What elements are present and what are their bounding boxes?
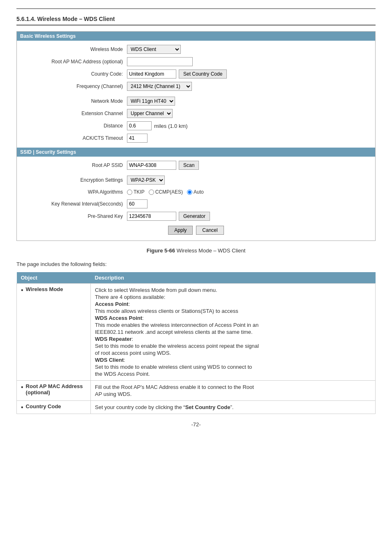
- object-cell-wireless-mode: • Wireless Mode: [17, 284, 91, 381]
- description-cell-country-code: Set your country code by clicking the “S…: [91, 401, 376, 414]
- encryption-label: Encryption Settings: [20, 177, 127, 183]
- root-ap-mac-input[interactable]: [127, 57, 193, 66]
- top-divider: [16, 8, 376, 9]
- apply-btn[interactable]: Apply: [168, 226, 193, 235]
- col-description-header: Description: [91, 272, 376, 284]
- desc-line-8: WDS Repeater:: [95, 336, 371, 342]
- description-cell-wireless-mode: Click to select Wireless Mode from pull …: [91, 284, 376, 381]
- wireless-mode-control: WDS Client Access Point WDS Access Point…: [127, 45, 181, 54]
- section-title: 5.6.1.4. Wireless Mode – WDS Client: [16, 16, 376, 25]
- distance-label: Distance: [20, 123, 127, 129]
- ccmp-radio[interactable]: [149, 190, 154, 195]
- description-table: Object Description • Wireless Mode Click…: [16, 272, 376, 414]
- distance-input[interactable]: [127, 121, 152, 130]
- root-ap-mac-row: Root AP MAC Address (optional): [17, 56, 375, 68]
- ssid-settings-header: SSID | Security Settings: [17, 148, 375, 157]
- country-code-control: Set Country Code: [127, 69, 227, 79]
- wireless-mode-select[interactable]: WDS Client Access Point WDS Access Point…: [127, 45, 181, 54]
- table-row: • Country Code Set your country code by …: [17, 401, 376, 414]
- desc-line-12: Set to this mode to enable wireless clie…: [95, 364, 371, 370]
- country-code-row: Country Code: Set Country Code: [17, 68, 375, 80]
- desc-country-1: Set your country code by clicking the “S…: [95, 404, 371, 410]
- psk-control: Generator: [127, 212, 210, 221]
- desc-line-10: of root access point using WDS.: [95, 350, 371, 356]
- country-code-bullet: • Country Code: [21, 403, 86, 411]
- wireless-mode-label: Wireless Mode: [20, 46, 127, 52]
- action-row: Apply Cancel: [17, 222, 375, 238]
- encryption-select[interactable]: WPA2-PSK WPA-PSK None WEP: [127, 176, 165, 185]
- ack-timeout-label: ACK/CTS Timeout: [20, 135, 127, 141]
- ccmp-option[interactable]: CCMP(AES): [149, 189, 183, 195]
- miles-label: miles (1.0 km): [154, 123, 188, 129]
- tkip-radio[interactable]: [127, 190, 132, 195]
- root-ap-mac-bullet: • Root AP MAC Address(optional): [21, 383, 86, 395]
- frequency-row: Frequency (Channel) 2412 MHz (Channel 1)…: [17, 80, 375, 92]
- key-renewal-input[interactable]: [127, 199, 148, 208]
- country-code-input[interactable]: [127, 69, 176, 79]
- figure-caption: Figure 5-66 Wireless Mode – WDS Client: [16, 247, 376, 254]
- ack-timeout-control: [127, 134, 148, 143]
- basic-settings-header: Basic Wireless Settings: [17, 32, 375, 41]
- psk-label: Pre-Shared Key: [20, 213, 127, 219]
- description-table-body: • Wireless Mode Click to select Wireless…: [17, 284, 376, 414]
- set-country-code-btn[interactable]: Set Country Code: [179, 69, 227, 79]
- root-ap-mac-control: [127, 57, 193, 66]
- desc-line-1: Click to select Wireless Mode from pull …: [95, 287, 371, 293]
- bullet-dot: •: [21, 403, 23, 411]
- object-cell-country-code: • Country Code: [17, 401, 91, 414]
- extension-channel-row: Extension Channel Upper Channel Lower Ch…: [17, 107, 375, 120]
- generator-btn[interactable]: Generator: [179, 212, 210, 221]
- network-mode-control: WiFi 11gn HT40 WiFi 11g WiFi 11n: [127, 97, 175, 106]
- root-ap-mac-obj-label: Root AP MAC Address(optional): [26, 383, 83, 395]
- network-mode-select[interactable]: WiFi 11gn HT40 WiFi 11g WiFi 11n: [127, 97, 175, 106]
- desc-line-11: WDS Client:: [95, 357, 371, 363]
- wpa-algorithms-control: TKIP CCMP(AES) Auto: [127, 189, 204, 195]
- frequency-label: Frequency (Channel): [20, 83, 127, 89]
- desc-line-3: Access Point:: [95, 301, 371, 307]
- auto-radio[interactable]: [187, 190, 192, 195]
- extension-channel-control: Upper Channel Lower Channel: [127, 109, 173, 118]
- auto-option[interactable]: Auto: [187, 189, 204, 195]
- desc-line-2: There are 4 options available:: [95, 294, 371, 300]
- desc-line-6: This mode enables the wireless interconn…: [95, 322, 371, 328]
- extension-channel-label: Extension Channel: [20, 111, 127, 116]
- figure-caption-bold: Figure 5-66: [147, 247, 175, 254]
- figure-caption-text: Wireless Mode – WDS Client: [175, 247, 245, 254]
- table-row: • Wireless Mode Click to select Wireless…: [17, 284, 376, 381]
- frequency-control: 2412 MHz (Channel 1) 2437 MHz (Channel 6…: [127, 82, 192, 91]
- ssid-settings-body: Root AP SSID Scan Encryption Settings WP…: [17, 157, 375, 240]
- scan-btn[interactable]: Scan: [179, 161, 199, 170]
- wireless-mode-obj-label: Wireless Mode: [26, 286, 63, 292]
- encryption-control: WPA2-PSK WPA-PSK None WEP: [127, 176, 165, 185]
- root-ap-ssid-input[interactable]: [127, 161, 176, 170]
- desc-root-ap-1: Fill out the Root AP's MAC Address enabl…: [95, 384, 371, 390]
- root-ap-ssid-row: Root AP SSID Scan: [17, 159, 375, 171]
- key-renewal-label: Key Renewal Interval(Secconds): [20, 201, 127, 207]
- root-ap-ssid-label: Root AP SSID: [20, 162, 127, 168]
- bullet-dot: •: [21, 286, 23, 294]
- network-mode-label: Network Mode: [20, 98, 127, 104]
- psk-row: Pre-Shared Key Generator: [17, 210, 375, 222]
- network-mode-row: Network Mode WiFi 11gn HT40 WiFi 11g WiF…: [17, 95, 375, 107]
- desc-line-5: WDS Access Point:: [95, 315, 371, 321]
- basic-settings-body: Wireless Mode WDS Client Access Point WD…: [17, 41, 375, 147]
- country-code-obj-label: Country Code: [26, 403, 61, 409]
- cancel-btn[interactable]: Cancel: [196, 226, 224, 235]
- wpa-algorithms-row: WPA Algorithms TKIP CCMP(AES) Auto: [17, 186, 375, 198]
- object-cell-root-ap-mac: • Root AP MAC Address(optional): [17, 381, 91, 401]
- extension-channel-select[interactable]: Upper Channel Lower Channel: [127, 109, 173, 118]
- tkip-label: TKIP: [134, 189, 145, 195]
- page-number: -72-: [16, 421, 376, 428]
- tkip-option[interactable]: TKIP: [127, 189, 145, 195]
- description-cell-root-ap-mac: Fill out the Root AP's MAC Address enabl…: [91, 381, 376, 401]
- auto-label: Auto: [194, 189, 204, 195]
- ack-timeout-input[interactable]: [127, 134, 148, 143]
- basic-wireless-settings-box: Basic Wireless Settings Wireless Mode WD…: [16, 31, 376, 241]
- encryption-row: Encryption Settings WPA2-PSK WPA-PSK Non…: [17, 174, 375, 186]
- wireless-mode-row: Wireless Mode WDS Client Access Point WD…: [17, 43, 375, 56]
- desc-line-4: This mode allows wireless clients or Sta…: [95, 308, 371, 314]
- desc-line-13: the WDS Access Point.: [95, 371, 371, 377]
- distance-control: miles (1.0 km): [127, 121, 188, 130]
- psk-input[interactable]: [127, 212, 176, 221]
- frequency-select[interactable]: 2412 MHz (Channel 1) 2437 MHz (Channel 6…: [127, 82, 192, 91]
